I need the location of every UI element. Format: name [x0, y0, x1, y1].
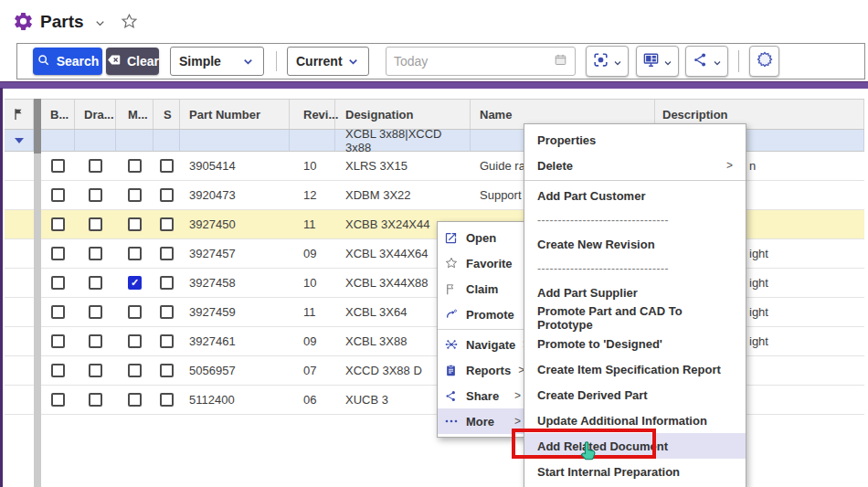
checkbox-m[interactable]	[128, 305, 142, 319]
context-menu: OpenFavoriteClaimPromoteNavigate>Reports…	[437, 221, 528, 438]
column-header-s[interactable]: S	[153, 100, 180, 129]
column-header-b[interactable]: B...	[41, 100, 75, 129]
checkbox-s[interactable]	[160, 247, 174, 260]
menu-item-label: Promote to 'Designed'	[537, 337, 662, 351]
title-chevron-down-icon[interactable]	[93, 16, 107, 30]
checkbox-m[interactable]	[128, 364, 142, 377]
settings-badge-button[interactable]	[749, 46, 779, 77]
row-m-cell	[116, 181, 153, 209]
checkbox-dra[interactable]	[89, 276, 102, 290]
search-button[interactable]: Search	[33, 48, 102, 75]
checkbox-s[interactable]	[160, 217, 174, 231]
context-menu-item-promote[interactable]: Promote	[438, 302, 527, 327]
checkbox-dra[interactable]	[89, 247, 102, 260]
checkbox-m[interactable]	[128, 188, 142, 202]
checkbox-b[interactable]	[51, 247, 65, 260]
menu-item-label: Promote Part and CAD To Prototype	[537, 304, 733, 332]
chevron-down-icon	[346, 55, 360, 69]
column-header-dra[interactable]: Dra...	[75, 100, 116, 129]
clear-button[interactable]: Clear	[106, 48, 159, 75]
submenu-item-add-part-supplier[interactable]: Add Part Supplier	[524, 280, 746, 305]
focus-view-button[interactable]	[586, 46, 629, 77]
submenu-item-promote-to-designed-[interactable]: Promote to 'Designed'	[524, 331, 746, 356]
calendar-icon[interactable]	[554, 53, 567, 69]
filter-m[interactable]	[116, 130, 153, 151]
submenu-item-add-part-customer[interactable]: Add Part Customer	[524, 183, 746, 208]
parts-gear-icon	[13, 11, 34, 32]
submenu-item-start-internal-preparation[interactable]: Start Internal Preparation	[524, 459, 746, 484]
context-menu-item-favorite[interactable]: Favorite	[438, 250, 527, 276]
checkbox-b[interactable]	[51, 159, 65, 173]
menu-item-label: Open	[466, 231, 496, 245]
submenu-item-promote-part-and-cad-to-prototype[interactable]: Promote Part and CAD To Prototype	[524, 305, 746, 331]
context-menu-item-open[interactable]: Open	[438, 225, 527, 250]
filter-part-number[interactable]	[180, 130, 290, 151]
menu-item-label: Navigate	[466, 338, 515, 352]
checkbox-s[interactable]	[160, 393, 174, 407]
checkbox-b[interactable]	[51, 305, 65, 319]
column-header-m[interactable]: M...	[116, 100, 153, 129]
checkbox-dra[interactable]	[89, 393, 102, 407]
checkbox-b[interactable]	[51, 364, 65, 377]
column-header-revision[interactable]: Revi...	[290, 100, 335, 129]
revision-select[interactable]: Current	[287, 47, 369, 76]
filter-revision[interactable]	[290, 130, 335, 151]
filter-dropdown[interactable]	[5, 130, 34, 151]
flag-column-header[interactable]	[5, 100, 34, 129]
favorite-star-icon[interactable]	[120, 12, 139, 31]
filter-designation[interactable]: XCBL 3x88|XCCD 3x88	[335, 130, 471, 151]
checkbox-b[interactable]	[51, 217, 65, 231]
vertical-scrollbar-track[interactable]	[34, 99, 41, 487]
checkbox-s[interactable]	[160, 276, 174, 290]
checkbox-b[interactable]	[51, 188, 65, 202]
checkbox-dra[interactable]	[89, 159, 102, 173]
context-menu-item-share[interactable]: Share>	[438, 383, 527, 408]
share-button[interactable]	[685, 46, 728, 77]
vertical-scrollbar-thumb[interactable]	[34, 99, 41, 154]
checkbox-m[interactable]	[128, 393, 142, 407]
filter-s[interactable]	[153, 130, 180, 151]
flag-icon	[444, 281, 459, 296]
filter-dra[interactable]	[75, 130, 116, 151]
row-dra-cell	[75, 356, 116, 385]
date-input[interactable]: Today	[386, 47, 576, 76]
checkbox-m[interactable]	[128, 247, 142, 260]
checkbox-m[interactable]	[128, 334, 142, 348]
chevron-down-icon	[662, 56, 673, 67]
column-header-part-number[interactable]: Part Number	[180, 100, 290, 129]
chevron-down-icon	[712, 56, 723, 67]
date-placeholder: Today	[394, 54, 428, 69]
checkbox-dra[interactable]	[89, 188, 102, 202]
layout-view-button[interactable]	[636, 46, 679, 77]
search-mode-select[interactable]: Simple	[170, 47, 264, 76]
chevron-down-icon	[612, 56, 623, 67]
checkbox-m[interactable]	[128, 217, 142, 231]
checkbox-s[interactable]	[160, 364, 174, 377]
submenu-item-delete[interactable]: Delete>	[524, 153, 746, 178]
context-menu-item-navigate[interactable]: Navigate>	[438, 332, 527, 357]
filter-b[interactable]	[41, 130, 75, 151]
submenu-item-create-item-specification-report[interactable]: Create Item Specification Report	[524, 356, 746, 382]
context-menu-item-claim[interactable]: Claim	[438, 276, 527, 302]
checkbox-s[interactable]	[160, 305, 174, 319]
checkbox-dra[interactable]	[89, 334, 102, 348]
checkbox-dra[interactable]	[89, 364, 102, 377]
submenu-item-create-derived-part[interactable]: Create Derived Part	[524, 382, 746, 408]
menu-item-label: Favorite	[466, 257, 513, 270]
checkbox-b[interactable]	[51, 334, 65, 348]
checkbox-dra[interactable]	[89, 217, 102, 231]
context-menu-item-reports[interactable]: Reports>	[438, 357, 527, 383]
checkbox-m[interactable]	[128, 159, 142, 173]
checkbox-s[interactable]	[160, 188, 174, 202]
checkbox-s[interactable]	[160, 159, 174, 173]
checkbox-m[interactable]: ✓	[128, 276, 142, 290]
submenu-item-create-new-revision[interactable]: Create New Revision	[524, 231, 746, 257]
checkbox-s[interactable]	[160, 334, 174, 348]
checkbox-b[interactable]	[51, 276, 65, 290]
row-flag-cell	[5, 269, 34, 297]
checkbox-dra[interactable]	[89, 305, 102, 319]
submenu-item-properties[interactable]: Properties	[524, 127, 746, 153]
checkbox-b[interactable]	[51, 393, 65, 407]
chevron-down-icon	[241, 55, 255, 69]
column-header-designation[interactable]: Designation	[335, 100, 471, 129]
